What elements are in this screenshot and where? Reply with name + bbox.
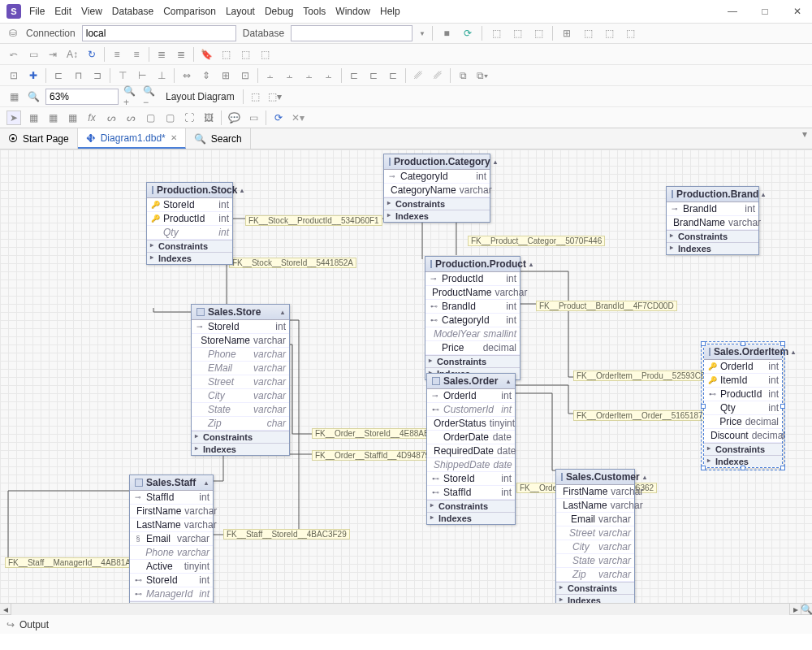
column-row[interactable]: EMailvarchar bbox=[192, 362, 289, 375]
tb-bookmark-icon[interactable]: 🔖 bbox=[199, 47, 214, 62]
relationship-label[interactable]: FK__OrderItem__Order__5165187F bbox=[573, 410, 711, 421]
resize-handle[interactable] bbox=[780, 341, 785, 346]
tb-align-top-icon[interactable]: ⊤ bbox=[115, 68, 130, 83]
column-row[interactable]: Cityvarchar bbox=[192, 389, 289, 403]
column-row[interactable]: ⊷StoreIdint bbox=[427, 472, 515, 486]
tb-layout1[interactable]: ⬚ bbox=[248, 89, 263, 104]
tb-h2[interactable]: ⊏ bbox=[366, 68, 381, 83]
tb-view-icon[interactable]: ▦ bbox=[45, 110, 60, 125]
tb-g1[interactable]: ⫠ bbox=[263, 68, 278, 83]
column-row[interactable]: §Emailvarchar bbox=[130, 532, 213, 546]
collapse-icon[interactable]: ▴ bbox=[507, 378, 510, 385]
column-row[interactable]: ⊷ProductIdint bbox=[704, 388, 782, 401]
tb-zoom-icon[interactable]: 🔍 bbox=[26, 89, 41, 104]
entity-section-indexes[interactable]: Indexes bbox=[427, 512, 515, 524]
tb-g3[interactable]: ⫠ bbox=[302, 68, 317, 83]
connection-select[interactable] bbox=[82, 25, 236, 41]
tb-stamp-icon[interactable]: ⛶ bbox=[182, 110, 197, 125]
tb-text-icon[interactable]: ▭ bbox=[246, 110, 261, 125]
column-row[interactable]: Qtyint bbox=[704, 401, 782, 415]
relationship-label[interactable]: FK__Product__BrandId__4F7CD00D bbox=[536, 301, 677, 311]
database-select[interactable] bbox=[291, 25, 412, 41]
column-row[interactable]: OrderDatedate bbox=[427, 431, 515, 444]
tb-g2[interactable]: ⫠ bbox=[283, 68, 297, 83]
collapse-icon[interactable]: ▴ bbox=[643, 474, 646, 481]
tb-align1[interactable]: ≡ bbox=[110, 47, 124, 62]
tb-a2[interactable]: ✚ bbox=[26, 68, 41, 83]
toolbar-btn-7[interactable]: ⬚ bbox=[623, 26, 637, 41]
horizontal-scrollbar[interactable]: ◂ ▸ 🔍 bbox=[0, 603, 812, 614]
tb-func-icon[interactable]: fx bbox=[84, 110, 99, 125]
tb-ungroup-icon[interactable]: ⧉▾ bbox=[475, 68, 490, 83]
column-row[interactable]: ⊸StoreIdint bbox=[192, 320, 289, 334]
column-row[interactable]: FirstNamevarchar bbox=[556, 485, 634, 499]
tb-align2[interactable]: ≡ bbox=[129, 47, 144, 62]
column-row[interactable]: LastNamevarchar bbox=[130, 518, 213, 532]
menu-tools[interactable]: Tools bbox=[303, 6, 326, 17]
tb-note-icon[interactable]: 💬 bbox=[227, 110, 241, 125]
tb-nav1[interactable]: ⬚ bbox=[218, 47, 233, 62]
column-row[interactable]: ⊷StoreIdint bbox=[130, 574, 213, 587]
entity-section-constraints[interactable]: Constraints bbox=[192, 431, 289, 443]
collapse-icon[interactable]: ▴ bbox=[792, 349, 795, 356]
entity-section-indexes[interactable]: Indexes bbox=[147, 252, 232, 264]
menu-help[interactable]: Help bbox=[380, 6, 400, 17]
tb-h3[interactable]: ⊏ bbox=[386, 68, 400, 83]
entity-production-brand[interactable]: Production.Brand▴⊸BrandIdintBrandNamevar… bbox=[666, 186, 759, 255]
tab-search[interactable]: 🔍 Search bbox=[186, 128, 251, 149]
zoom-fit-icon[interactable]: 🔍 bbox=[801, 604, 812, 615]
collapse-icon[interactable]: ▴ bbox=[529, 261, 533, 268]
column-row[interactable]: ⊷StaffIdint bbox=[427, 486, 515, 500]
relationship-label[interactable]: FK__Stock__StoreId__5441852A bbox=[229, 258, 356, 268]
entity-production-product[interactable]: Production.Product▴⊸ProductIdintProductN… bbox=[425, 256, 520, 380]
menu-file[interactable]: File bbox=[29, 6, 45, 17]
entity-section-constraints[interactable]: Constraints bbox=[667, 230, 758, 242]
column-row[interactable]: ⊷CustomerIdint bbox=[427, 403, 515, 417]
entity-header[interactable]: Sales.Staff▴ bbox=[130, 475, 213, 491]
entity-section-constraints[interactable]: Constraints bbox=[425, 355, 520, 367]
column-row[interactable]: Streetvarchar bbox=[192, 375, 289, 389]
toolbar-btn-6[interactable]: ⬚ bbox=[602, 26, 616, 41]
relationship-label[interactable]: FK__Stock__ProductId__534D60F1 bbox=[245, 215, 382, 226]
collapse-icon[interactable]: ▴ bbox=[762, 191, 765, 198]
tb-layout2[interactable]: ⬚▾ bbox=[268, 89, 283, 104]
tb-fit-icon[interactable]: ⊡ bbox=[238, 68, 253, 83]
tb-delete-icon[interactable]: ✕▾ bbox=[291, 110, 305, 125]
menu-debug[interactable]: Debug bbox=[265, 6, 293, 17]
entity-production-category[interactable]: Production.Category▴⊸CategoryIdintCatego… bbox=[383, 154, 490, 223]
column-row[interactable]: 🔑ProductIdint bbox=[147, 212, 232, 226]
tb-proc-icon[interactable]: ▦ bbox=[65, 110, 80, 125]
entity-section-indexes[interactable]: Indexes bbox=[667, 242, 758, 254]
tab-overflow[interactable]: ▾ bbox=[797, 128, 812, 149]
collapse-icon[interactable]: ▴ bbox=[240, 187, 244, 194]
entity-sales-customer[interactable]: Sales.Customer▴FirstNamevarcharLastNamev… bbox=[555, 469, 635, 603]
menu-window[interactable]: Window bbox=[335, 6, 370, 17]
column-row[interactable]: ModelYearsmallint bbox=[425, 327, 520, 341]
column-row[interactable]: ⊷CategoryIdint bbox=[425, 314, 520, 327]
menu-edit[interactable]: Edit bbox=[54, 6, 71, 17]
output-panel[interactable]: ↪ Output bbox=[0, 614, 812, 634]
toolbar-btn-1[interactable]: ⬚ bbox=[489, 26, 503, 41]
tab-close-icon[interactable]: ✕ bbox=[171, 133, 177, 142]
tb-cont2-icon[interactable]: ▢ bbox=[162, 110, 177, 125]
diagram-canvas[interactable]: FK__Stock__ProductId__534D60F1FK__Stock_… bbox=[0, 150, 812, 603]
zoom-input[interactable] bbox=[45, 89, 119, 105]
toolbar-btn-3[interactable]: ⬚ bbox=[531, 26, 546, 41]
entity-section-constraints[interactable]: Constraints bbox=[130, 601, 213, 603]
entity-section-indexes[interactable]: Indexes bbox=[556, 594, 634, 603]
collapse-icon[interactable]: ▴ bbox=[281, 309, 284, 316]
toolbar-btn-5[interactable]: ⬚ bbox=[581, 26, 595, 41]
tb-dist-h-icon[interactable]: ⇔ bbox=[179, 68, 194, 83]
menu-comparison[interactable]: Comparison bbox=[163, 6, 216, 17]
tb-nav3[interactable]: ⬚ bbox=[257, 47, 272, 62]
relationship-label[interactable]: FK__Product__Categor__5070F446 bbox=[468, 236, 605, 246]
tb-align-center-icon[interactable]: ⊓ bbox=[71, 68, 85, 83]
tab-start-page[interactable]: ⦿ Start Page bbox=[0, 128, 78, 149]
collapse-icon[interactable]: ▴ bbox=[494, 158, 497, 166]
column-row[interactable]: Statevarchar bbox=[192, 403, 289, 417]
resize-handle[interactable] bbox=[741, 466, 745, 470]
collapse-icon[interactable]: ▴ bbox=[205, 479, 208, 487]
resize-handle[interactable] bbox=[780, 466, 785, 470]
entity-section-constraints[interactable]: Constraints bbox=[147, 240, 232, 252]
resize-handle[interactable] bbox=[701, 466, 706, 470]
